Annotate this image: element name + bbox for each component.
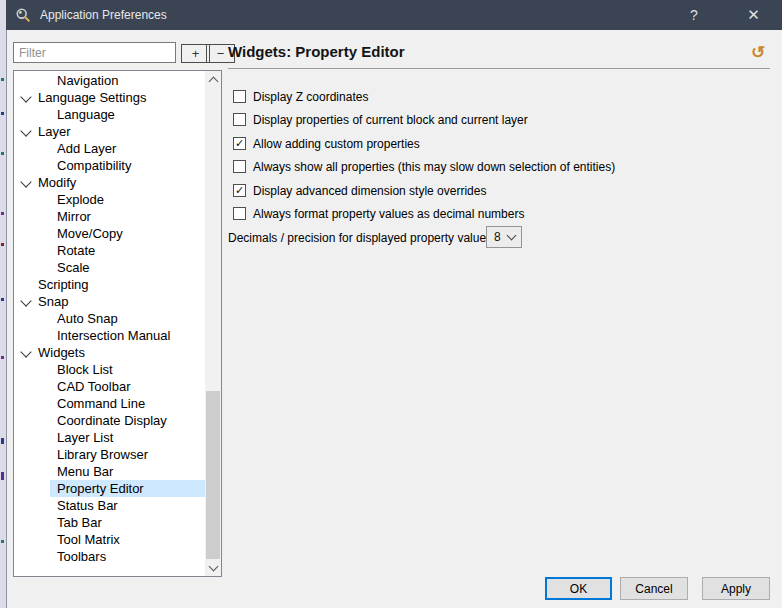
tree-item-tool-matrix[interactable]: Tool Matrix (14, 531, 205, 548)
revert-button[interactable]: ↺ (747, 42, 769, 64)
checkbox-row-display-z-coordinates: Display Z coordinates (233, 89, 368, 104)
tree-item-explode[interactable]: Explode (14, 191, 205, 208)
decimals-label: Decimals / precision for displayed prope… (228, 231, 495, 245)
tree-item-label: Status Bar (57, 497, 205, 514)
checkbox-label: Always format property values as decimal… (253, 207, 524, 221)
tree-item-widgets[interactable]: Widgets (14, 344, 205, 361)
apply-button[interactable]: Apply (702, 577, 770, 600)
checkbox-row-always-format-property-values-as-decimal-numbers: Always format property values as decimal… (233, 206, 524, 221)
tree-rows: NavigationLanguage SettingsLanguageLayer… (14, 72, 205, 576)
tree-item-label: Layer List (57, 429, 205, 446)
checkbox-row-display-advanced-dimension-style-overrides: ✓Display advanced dimension style overri… (233, 183, 486, 198)
scroll-down-button[interactable] (205, 559, 221, 576)
checkbox-row-always-show-all-properties-this-may-slow-down-selection-of-entities: Always show all properties (this may slo… (233, 159, 615, 174)
tree-item-label: Command Line (57, 395, 205, 412)
chevron-up-icon (208, 76, 218, 86)
tree-item-block-list[interactable]: Block List (14, 361, 205, 378)
tree-item-rotate[interactable]: Rotate (14, 242, 205, 259)
ok-button[interactable]: OK (545, 577, 612, 600)
tree-item-status-bar[interactable]: Status Bar (14, 497, 205, 514)
tree-item-label: Menu Bar (57, 463, 205, 480)
tree-item-label: Library Browser (57, 446, 205, 463)
checkbox-label: Display Z coordinates (253, 90, 368, 104)
tree-item-move-copy[interactable]: Move/Copy (14, 225, 205, 242)
tree-item-intersection-manual[interactable]: Intersection Manual (14, 327, 205, 344)
chevron-down-icon[interactable] (20, 295, 31, 306)
checkbox-allow-adding-custom-properties[interactable]: ✓ (233, 137, 246, 150)
tree-item-label: Language Settings (38, 89, 205, 106)
checkmark-icon: ✓ (235, 138, 244, 149)
tree-item-label: Auto Snap (57, 310, 205, 327)
tree-item-label: Coordinate Display (57, 412, 205, 429)
combobox-value: 8 (494, 230, 501, 244)
checkbox-row-display-properties-of-current-block-and-current-layer: Display properties of current block and … (233, 112, 528, 127)
tree-item-auto-snap[interactable]: Auto Snap (14, 310, 205, 327)
checkbox-always-format-property-values-as-decimal-numbers[interactable] (233, 207, 246, 220)
checkbox-label: Always show all properties (this may slo… (253, 160, 615, 174)
tree-item-property-editor[interactable]: Property Editor (14, 480, 205, 497)
decimals-combobox[interactable]: 8 (486, 226, 522, 248)
tree-item-label: Compatibility (57, 157, 205, 174)
magnifier-icon (15, 7, 31, 23)
checkbox-display-advanced-dimension-style-overrides[interactable]: ✓ (233, 184, 246, 197)
chevron-down-icon (208, 561, 218, 571)
chevron-down-icon[interactable] (20, 125, 31, 136)
tree-item-compatibility[interactable]: Compatibility (14, 157, 205, 174)
tree-item-scripting[interactable]: Scripting (14, 276, 205, 293)
tree-item-cad-toolbar[interactable]: CAD Toolbar (14, 378, 205, 395)
tree-item-label: Modify (38, 174, 205, 191)
tree-item-language-settings[interactable]: Language Settings (14, 89, 205, 106)
tree-item-snap[interactable]: Snap (14, 293, 205, 310)
chevron-down-icon[interactable] (20, 176, 31, 187)
tree-item-coordinate-display[interactable]: Coordinate Display (14, 412, 205, 429)
tree-item-scale[interactable]: Scale (14, 259, 205, 276)
tree-item-library-browser[interactable]: Library Browser (14, 446, 205, 463)
cancel-button[interactable]: Cancel (620, 577, 688, 600)
tree-item-label: Block List (57, 361, 205, 378)
tree-item-layer[interactable]: Layer (14, 123, 205, 140)
expand-all-icon: + (192, 47, 200, 60)
revert-icon: ↺ (751, 43, 765, 62)
tree-item-command-line[interactable]: Command Line (14, 395, 205, 412)
scroll-up-button[interactable] (205, 71, 221, 88)
tree-item-label: Toolbars (57, 548, 205, 565)
tree-item-label: Scale (57, 259, 205, 276)
tree-item-label: Explode (57, 191, 205, 208)
close-button[interactable]: ✕ (725, 0, 782, 30)
checkbox-row-allow-adding-custom-properties: ✓Allow adding custom properties (233, 136, 420, 151)
tree-item-language[interactable]: Language (14, 106, 205, 123)
tree-item-navigation[interactable]: Navigation (14, 72, 205, 89)
application-preferences-dialog: Application Preferences ? ✕ + − Navigati… (0, 0, 782, 608)
checkbox-display-properties-of-current-block-and-current-layer[interactable] (233, 113, 246, 126)
chevron-down-icon[interactable] (20, 346, 31, 357)
title-bar: Application Preferences ? ✕ (6, 0, 782, 30)
tree-item-add-layer[interactable]: Add Layer (14, 140, 205, 157)
tree-item-label: Move/Copy (57, 225, 205, 242)
tree-item-label: CAD Toolbar (57, 378, 205, 395)
checkbox-display-z-coordinates[interactable] (233, 90, 246, 103)
tree-item-label: Property Editor (50, 480, 205, 497)
filter-input[interactable] (13, 42, 176, 63)
tree-item-mirror[interactable]: Mirror (14, 208, 205, 225)
help-button[interactable]: ? (669, 0, 719, 30)
tree-item-label: Layer (38, 123, 205, 140)
tree-item-menu-bar[interactable]: Menu Bar (14, 463, 205, 480)
checkbox-always-show-all-properties-this-may-slow-down-selection-of-entities[interactable] (233, 160, 246, 173)
chevron-down-icon (507, 231, 517, 241)
tree-item-label: Language (57, 106, 205, 123)
tree-item-label: Navigation (57, 72, 205, 89)
tree-item-label: Tool Matrix (57, 531, 205, 548)
tree-item-toolbars[interactable]: Toolbars (14, 548, 205, 565)
chevron-down-icon[interactable] (20, 91, 31, 102)
scrollbar-thumb[interactable] (206, 391, 220, 559)
title-divider (228, 68, 770, 69)
tree-item-label: Intersection Manual (57, 327, 205, 344)
tree-item-modify[interactable]: Modify (14, 174, 205, 191)
tree-item-label: Add Layer (57, 140, 205, 157)
tree-item-layer-list[interactable]: Layer List (14, 429, 205, 446)
tree-scrollbar[interactable] (205, 71, 221, 576)
window-title: Application Preferences (40, 8, 167, 22)
checkmark-icon: ✓ (235, 185, 244, 196)
tree-item-label: Scripting (38, 276, 205, 293)
tree-item-tab-bar[interactable]: Tab Bar (14, 514, 205, 531)
